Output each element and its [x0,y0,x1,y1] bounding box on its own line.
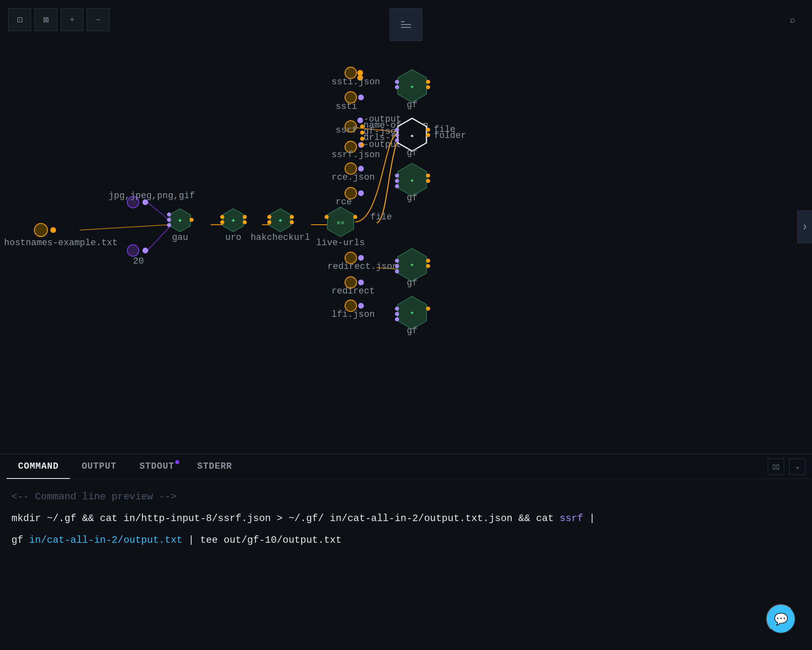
svg-point-43 [357,117,363,123]
svg-point-97 [395,312,399,316]
gf-middle-label: gf [407,193,417,203]
svg-point-9 [50,227,56,233]
chat-button[interactable]: 💬 [766,604,796,634]
svg-point-31 [290,220,294,224]
svg-point-65 [426,133,430,137]
svg-text:✦: ✦ [278,215,283,225]
svg-point-72 [426,80,430,84]
gau-label: gau [172,232,188,243]
svg-text:✦: ✦ [410,82,415,90]
svg-point-77 [395,179,399,183]
svg-point-24 [243,215,247,219]
hostnames-node-label: hostnames-example.txt [4,238,117,248]
tab-command[interactable]: COMMAND [7,454,70,479]
svg-point-90 [426,259,430,263]
svg-point-76 [395,174,399,178]
tab-stdout[interactable]: STDOUT [128,454,186,479]
svg-text:✕✕: ✕✕ [336,219,344,226]
jpg-node-label: jpg,jpeg,png,gif [108,191,195,201]
svg-point-19 [189,218,194,222]
command-line-2: gf in/cat-all-in-2/output.txt | tee out/… [11,532,801,549]
expand-panel-button[interactable]: ⌄ [789,458,805,475]
svg-point-64 [426,128,430,132]
redirect-json-label: redirect.json [327,262,398,272]
svg-point-99 [426,307,430,311]
svg-point-23 [220,220,224,224]
svg-point-98 [395,317,399,321]
svg-point-34 [325,215,329,219]
svg-point-71 [395,85,399,89]
svg-point-84 [358,280,364,285]
svg-line-0 [80,225,170,230]
svg-point-61 [395,128,399,132]
svg-point-96 [395,307,399,311]
toolbar: ⊡ ⊠ + − [8,8,110,31]
svg-text:✦: ✦ [410,260,415,269]
svg-point-91 [426,264,430,268]
lfi-json-label: lfi.json [332,309,375,320]
svg-text:✦: ✦ [178,215,183,225]
tab-output[interactable]: OUTPUT [70,454,128,479]
flow-diagram: hostnames-example.txt jpg,jpeg,png,gif 2… [0,0,812,454]
svg-point-82 [358,255,364,261]
svg-point-73 [426,85,430,89]
svg-point-93 [358,303,364,309]
svg-point-41 [358,95,364,100]
svg-point-87 [395,259,399,263]
fit-screen-button[interactable]: ⊡ [8,8,31,31]
svg-point-80 [426,179,430,183]
menu-button[interactable] [390,8,422,41]
svg-point-25 [243,220,247,224]
svg-point-56 [358,166,364,172]
ssti-json-label: ssti.json [332,77,380,87]
svg-point-58 [358,190,364,196]
copy-button[interactable]: ▯▯ [768,458,784,475]
redirect-label: redirect [332,286,375,296]
svg-point-38 [357,70,363,76]
tab-stderr[interactable]: STDERR [186,454,244,479]
tabs-right-controls: ▯▯ ⌄ [768,458,805,475]
ssrf-json-label: ssrf.json [332,150,380,160]
svg-point-70 [395,80,399,84]
tabs-bar: COMMAND OUTPUT STDOUT STDERR ▯▯ ⌄ [0,454,812,479]
gf-main-label: gf [407,148,417,158]
gf-top-label: gf [407,100,417,110]
svg-point-16 [167,212,171,217]
uro-label: uro [225,232,241,243]
svg-text:✦: ✦ [231,215,236,225]
hakcheckurl-label: hakcheckurl [250,232,310,243]
chat-icon: 💬 [774,612,788,626]
command-line-1: mkdir ~/.gf && cat in/http-input-8/ssrf.… [11,510,801,527]
flow-canvas: ⊡ ⊠ + − ⌕ ❯ [0,0,812,454]
svg-line-2 [147,227,170,251]
gf-redirect-label: gf [407,278,417,288]
svg-point-29 [267,220,271,224]
svg-point-35 [353,215,357,219]
svg-point-12 [127,245,139,256]
gf-lfi-label: gf [407,326,417,336]
svg-point-54 [360,143,364,147]
comment-line: <-- Command line preview --> [11,489,801,506]
search-button[interactable]: ⌕ [781,8,804,31]
zoom-in-button[interactable]: + [61,8,83,31]
ssti-label: ssti [336,102,357,112]
ssrf-label: ssrf [336,125,357,135]
chevron-right-icon: ❯ [803,223,807,231]
svg-point-78 [395,184,399,188]
svg-text:✦: ✦ [410,308,415,316]
rce-label: rce [336,197,352,207]
bottom-panel: COMMAND OUTPUT STDOUT STDERR ▯▯ ⌄ <-- Co… [0,454,812,650]
collapse-panel-button[interactable]: ❯ [797,210,812,243]
num-20-label: 20 [133,256,144,266]
stdout-dot [175,460,179,464]
svg-point-22 [220,215,224,219]
svg-point-88 [395,264,399,268]
svg-point-79 [426,174,430,178]
zoom-out-button[interactable]: − [87,8,110,31]
svg-point-13 [142,248,148,253]
svg-point-30 [290,215,294,219]
svg-point-28 [267,215,271,219]
svg-point-63 [395,138,399,142]
expand-button[interactable]: ⊠ [34,8,57,31]
svg-point-18 [167,223,171,227]
